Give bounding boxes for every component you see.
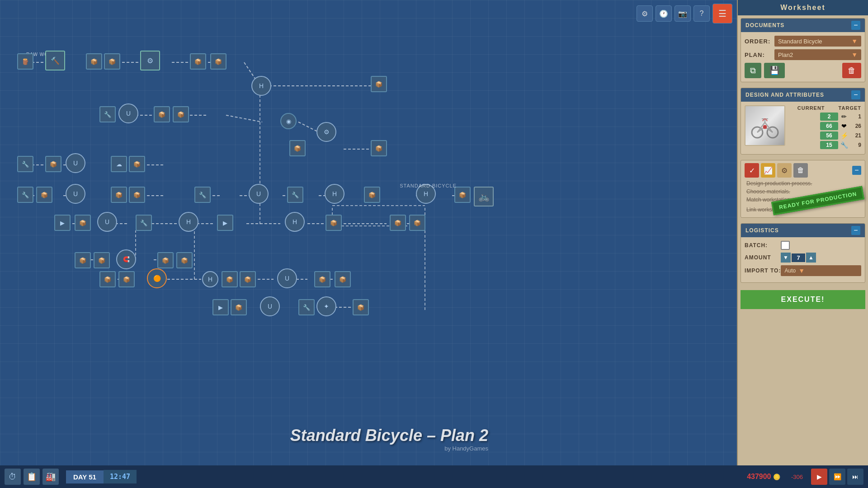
- node-r4-6[interactable]: 🔧: [287, 187, 303, 203]
- hub-r8-2[interactable]: ✦: [316, 296, 336, 316]
- node-r2-box[interactable]: 📦: [289, 140, 306, 156]
- play-button[interactable]: ▶: [811, 469, 827, 485]
- node-r4-2[interactable]: 📦: [36, 187, 52, 203]
- order-select[interactable]: Standard Bicycle ▼: [774, 36, 861, 47]
- stat-icon-4: 🔧: [840, 141, 848, 149]
- node-gear-hub[interactable]: ⚙: [316, 122, 336, 142]
- hub-r7-2[interactable]: H: [202, 271, 218, 287]
- node-r4-3[interactable]: 📦: [111, 187, 127, 203]
- node-r5-6[interactable]: 📦: [390, 215, 406, 231]
- node-r8-4[interactable]: 📦: [353, 299, 369, 315]
- node-r1-2[interactable]: 🔨: [45, 51, 65, 70]
- fast-forward-button[interactable]: ⏩: [829, 469, 845, 485]
- node-r7-2[interactable]: 📦: [118, 271, 135, 287]
- batch-checkbox[interactable]: [781, 241, 790, 250]
- top-toolbar: ⚙ 🕐 📷 ? ☰: [637, 4, 732, 23]
- node-r5-4[interactable]: ▶: [217, 215, 233, 231]
- node-r5-3[interactable]: 🔧: [136, 215, 152, 231]
- execute-button[interactable]: EXECUTE!: [741, 290, 865, 309]
- final-product[interactable]: 🚲: [474, 187, 494, 206]
- tasks-collapse-btn[interactable]: −: [852, 166, 861, 175]
- node-r4-8[interactable]: 📦: [454, 187, 471, 203]
- node-r5-2[interactable]: 📦: [75, 215, 91, 231]
- node-r6-4[interactable]: 📦: [176, 252, 193, 268]
- node-r1-6[interactable]: 📦: [190, 53, 206, 70]
- node-r4-4[interactable]: 📦: [129, 187, 145, 203]
- hub-r5-3[interactable]: H: [285, 212, 305, 232]
- node-r6-2[interactable]: 📦: [94, 252, 110, 268]
- money-change: -306: [788, 474, 807, 480]
- node-r1-5[interactable]: ⚙: [140, 51, 160, 70]
- node-r4-7[interactable]: 📦: [364, 187, 380, 203]
- copy-doc-button[interactable]: ⧉: [745, 63, 761, 78]
- node-r7-3[interactable]: 📦: [222, 271, 238, 287]
- documents-collapse-btn[interactable]: −: [851, 21, 860, 30]
- node-r8-3[interactable]: 🔧: [298, 299, 315, 315]
- node-r6-3[interactable]: 📦: [157, 252, 174, 268]
- canvas-area[interactable]: RAW WOOD 🪵 🔨 📦 📦 ⚙ 📦 📦 H 📦 🔧 U 📦 📦 ◉: [0, 0, 515, 488]
- amount-decrease-btn[interactable]: ▼: [781, 253, 791, 263]
- documents-section: DOCUMENTS − ORDER: Standard Bicycle ▼ PL…: [741, 18, 865, 82]
- settings-icon[interactable]: ⚙: [637, 5, 653, 22]
- hub-r4-1[interactable]: U: [66, 184, 85, 204]
- node-r3-4[interactable]: ☁: [111, 156, 127, 172]
- hub-r3[interactable]: U: [66, 153, 85, 173]
- node-r2-3[interactable]: 📦: [154, 106, 170, 122]
- node-r1-1[interactable]: 🪵: [17, 53, 33, 70]
- delete-doc-button[interactable]: 🗑: [842, 63, 861, 78]
- hub-r6[interactable]: 🧲: [116, 249, 136, 269]
- status-bar: ⏱ 📋 🏭 DAY 51 12:47 437900 🪙 -306 ▶ ⏩ ⏭: [0, 465, 868, 488]
- node-r8-2[interactable]: 📦: [231, 299, 247, 315]
- node-r5-5[interactable]: 📦: [326, 215, 342, 231]
- hub-r4-3[interactable]: H: [325, 184, 344, 204]
- task-tab-settings[interactable]: ⚙: [777, 163, 792, 178]
- node-r7-6[interactable]: 📦: [335, 271, 351, 287]
- save-doc-button[interactable]: 💾: [764, 63, 785, 78]
- sidebar-icon-3[interactable]: 🏭: [42, 469, 59, 485]
- design-collapse-btn[interactable]: −: [851, 90, 860, 99]
- import-select[interactable]: Auto ▼: [781, 265, 861, 276]
- hub-r7-3[interactable]: U: [277, 268, 297, 288]
- hub-r7[interactable]: 🟠: [147, 268, 167, 288]
- skip-button[interactable]: ⏭: [847, 469, 863, 485]
- stat-current-4: 15: [820, 141, 838, 149]
- node-r3-5[interactable]: 📦: [129, 156, 145, 172]
- node-r1-3[interactable]: 📦: [86, 53, 102, 70]
- amount-increase-btn[interactable]: ▲: [806, 253, 816, 263]
- node-r1-7[interactable]: 📦: [210, 53, 226, 70]
- task-tab-chart[interactable]: 📈: [761, 163, 775, 178]
- node-r1-4[interactable]: 📦: [104, 53, 120, 70]
- sidebar-icon-1[interactable]: ⏱: [5, 469, 21, 485]
- node-r8-1[interactable]: ▶: [212, 299, 229, 315]
- clock-icon[interactable]: 🕐: [656, 5, 672, 22]
- node-r7-4[interactable]: 📦: [240, 271, 256, 287]
- node-r4-1[interactable]: 🔧: [17, 187, 33, 203]
- node-r4-5[interactable]: 🔧: [194, 187, 211, 203]
- node-r2-hub[interactable]: U: [118, 103, 138, 123]
- node-r6-1[interactable]: 📦: [75, 252, 91, 268]
- node-r2-4[interactable]: 📦: [173, 106, 189, 122]
- sidebar-icon-2[interactable]: 📋: [24, 469, 40, 485]
- task-tab-checklist[interactable]: ✓: [745, 163, 759, 178]
- hub-r8[interactable]: U: [260, 296, 280, 316]
- hub-r4-2[interactable]: U: [249, 184, 269, 204]
- menu-button[interactable]: ☰: [712, 4, 732, 23]
- node-r3-2[interactable]: 📦: [45, 156, 61, 172]
- help-icon[interactable]: ?: [693, 5, 710, 22]
- camera-icon[interactable]: 📷: [675, 5, 691, 22]
- plan-select[interactable]: Plan2 ▼: [774, 49, 861, 60]
- task-tab-delete[interactable]: 🗑: [793, 163, 808, 178]
- node-r2-end[interactable]: 📦: [371, 140, 387, 156]
- node-sphere[interactable]: ◉: [280, 113, 297, 129]
- node-r5-7[interactable]: 📦: [409, 215, 425, 231]
- node-r7-5[interactable]: 📦: [314, 271, 330, 287]
- node-end-r1[interactable]: 📦: [371, 76, 387, 92]
- hub-r5-2[interactable]: H: [179, 212, 198, 232]
- node-r3-1[interactable]: 🔧: [17, 156, 33, 172]
- hub-1[interactable]: H: [251, 76, 271, 96]
- logistics-collapse-btn[interactable]: −: [851, 226, 860, 235]
- node-r2-1[interactable]: 🔧: [99, 106, 116, 122]
- node-r7-1[interactable]: 📦: [99, 271, 116, 287]
- node-r5-1[interactable]: ▶: [54, 215, 71, 231]
- hub-r5[interactable]: U: [97, 212, 117, 232]
